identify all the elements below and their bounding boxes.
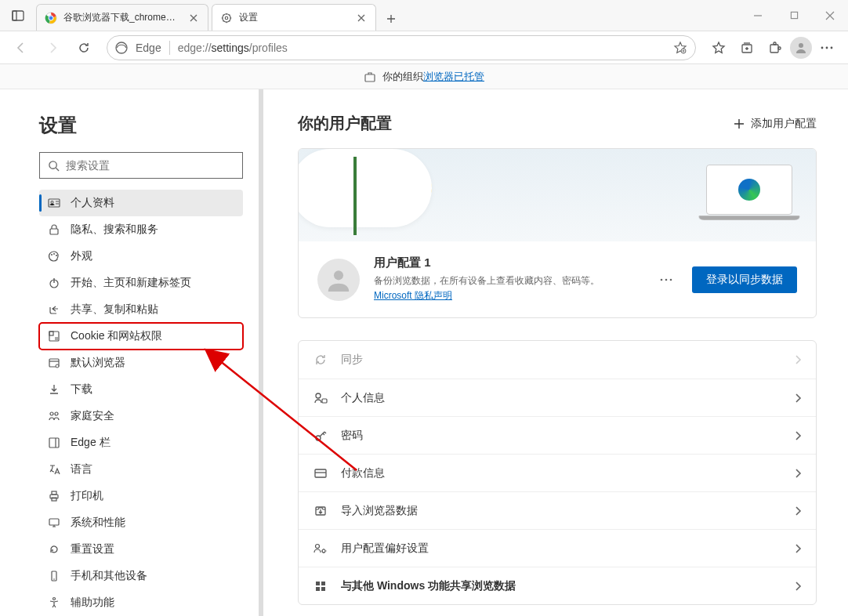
maximize-button[interactable] — [776, 3, 812, 28]
download-icon — [47, 383, 61, 396]
svg-point-42 — [334, 270, 343, 280]
svg-rect-37 — [49, 519, 59, 525]
sidebar-item-system[interactable]: 系统和性能 — [39, 509, 243, 536]
power-icon — [47, 277, 61, 289]
sidebar-label: Cookie 和网站权限 — [71, 329, 162, 343]
svg-point-19 — [49, 161, 56, 168]
setting-row-prefs[interactable]: 用户配置偏好设置 — [299, 529, 816, 567]
setting-row-sync[interactable]: 同步 — [299, 341, 816, 379]
chevron-right-icon — [794, 543, 802, 554]
new-tab-button[interactable] — [379, 7, 403, 31]
sidebar-item-lang[interactable]: 语言 — [39, 456, 243, 483]
sidebar-item-appearance[interactable]: 外观 — [39, 243, 243, 270]
svg-rect-33 — [49, 438, 59, 448]
profile-settings-list: 同步 个人信息 密码 付款信息 导入浏览器数据 — [298, 340, 817, 605]
forward-button[interactable] — [39, 34, 66, 61]
chrome-favicon — [45, 12, 57, 24]
sidebar-item-start[interactable]: 开始、主页和新建标签页 — [39, 270, 243, 296]
tab-1[interactable]: 谷歌浏览器下载_chrome浏览器下 — [36, 4, 208, 31]
tab-actions-button[interactable] — [5, 3, 31, 28]
chevron-right-icon — [794, 505, 802, 516]
share-icon — [47, 303, 61, 316]
setting-row-import[interactable]: 导入浏览器数据 — [299, 491, 816, 529]
sidebar-item-phone[interactable]: 手机和其他设备 — [39, 563, 243, 589]
language-icon — [47, 463, 61, 476]
add-profile-button[interactable]: 添加用户配置 — [734, 117, 817, 131]
add-profile-label: 添加用户配置 — [751, 117, 817, 131]
profile-name: 用户配置 1 — [374, 255, 640, 270]
settings-sidebar: 设置 个人资料 隐私、搜索和服务 外观 开始、主页和新建标签页 共享、复制和粘贴… — [0, 89, 259, 616]
refresh-button[interactable] — [71, 34, 97, 61]
setting-row-passwords[interactable]: 密码 — [299, 416, 816, 454]
edge-label: Edge — [136, 42, 161, 54]
sidebar-item-privacy[interactable]: 隐私、搜索和服务 — [39, 216, 243, 243]
minimize-button[interactable] — [740, 3, 776, 28]
windows-icon — [313, 580, 328, 592]
back-button[interactable] — [8, 34, 34, 61]
sidebar-label: 手机和其他设备 — [71, 569, 147, 583]
svg-rect-18 — [365, 74, 375, 82]
settings-title: 设置 — [39, 113, 243, 138]
svg-point-15 — [821, 46, 824, 49]
privacy-link[interactable]: Microsoft 隐私声明 — [374, 290, 452, 301]
sidebar-label: 下载 — [71, 382, 92, 397]
user-card-icon — [47, 197, 61, 209]
svg-point-32 — [55, 412, 58, 415]
search-settings-box[interactable] — [39, 152, 243, 179]
sidebar-item-a11y[interactable]: 辅助功能 — [39, 589, 243, 616]
tab-close-icon[interactable] — [355, 12, 368, 24]
sidebar-item-reset[interactable]: 重置设置 — [39, 536, 243, 563]
svg-rect-49 — [315, 469, 326, 477]
tab-2[interactable]: 设置 — [212, 4, 376, 31]
settings-nav: 个人资料 隐私、搜索和服务 外观 开始、主页和新建标签页 共享、复制和粘贴 Co… — [39, 190, 243, 616]
collections-button[interactable] — [734, 34, 760, 61]
extensions-button[interactable] — [762, 34, 788, 61]
svg-point-51 — [316, 544, 320, 548]
sidebar-label: 语言 — [71, 462, 92, 476]
setting-row-personal[interactable]: 个人信息 — [299, 379, 816, 416]
svg-point-44 — [665, 278, 668, 281]
sidebar-item-default[interactable]: 默认浏览器 — [39, 350, 243, 376]
favorites-star-icon[interactable] — [673, 41, 687, 55]
people-gear-icon — [313, 542, 328, 556]
svg-rect-20 — [49, 199, 60, 207]
sidebar-item-cookies[interactable]: Cookie 和网站权限 — [39, 323, 243, 350]
setting-label: 用户配置偏好设置 — [341, 542, 781, 556]
sidebar-item-downloads[interactable]: 下载 — [39, 376, 243, 403]
sidebar-item-edgebar[interactable]: Edge 栏 — [39, 429, 243, 456]
gear-icon — [220, 12, 233, 24]
printer-icon — [47, 490, 61, 502]
sidebar-item-printer[interactable]: 打印机 — [39, 483, 243, 509]
svg-rect-56 — [321, 587, 325, 591]
sidebar-label: 个人资料 — [71, 196, 114, 210]
family-icon — [47, 410, 61, 422]
search-settings-input[interactable] — [66, 159, 234, 172]
sidebar-label: 辅助功能 — [71, 596, 114, 610]
browser-icon — [47, 357, 61, 369]
edge-icon — [115, 42, 128, 54]
svg-rect-28 — [49, 332, 53, 335]
favorites-button[interactable] — [705, 34, 732, 61]
svg-rect-1 — [13, 11, 16, 20]
close-window-button[interactable] — [812, 3, 848, 28]
managed-link[interactable]: 浏览器已托管 — [423, 71, 484, 82]
address-bar[interactable]: Edge edge://settings/profiles — [107, 35, 696, 60]
profile-more-button[interactable] — [654, 268, 678, 292]
sidebar-resizer[interactable] — [259, 89, 263, 616]
sidebar-item-share[interactable]: 共享、复制和粘贴 — [39, 296, 243, 323]
profile-desc: 备份浏览数据，在所有设备上查看收藏内容、密码等。 Microsoft 隐私声明 — [374, 274, 640, 303]
sidebar-label: 隐私、搜索和服务 — [71, 223, 158, 237]
sidebar-item-profile[interactable]: 个人资料 — [39, 190, 243, 216]
svg-point-52 — [322, 549, 325, 553]
setting-row-payment[interactable]: 付款信息 — [299, 454, 816, 491]
tab-close-icon[interactable] — [187, 12, 200, 24]
menu-button[interactable] — [814, 34, 840, 61]
profile-avatar-button[interactable] — [790, 37, 812, 59]
svg-point-4 — [49, 16, 53, 20]
signin-sync-button[interactable]: 登录以同步数据 — [692, 266, 797, 293]
sidebar-item-family[interactable]: 家庭安全 — [39, 403, 243, 429]
sidebar-label: 开始、主页和新建标签页 — [71, 276, 191, 290]
setting-row-share-win[interactable]: 与其他 Windows 功能共享浏览数据 — [299, 567, 816, 604]
svg-point-25 — [56, 255, 57, 256]
setting-label: 导入浏览器数据 — [341, 504, 781, 518]
